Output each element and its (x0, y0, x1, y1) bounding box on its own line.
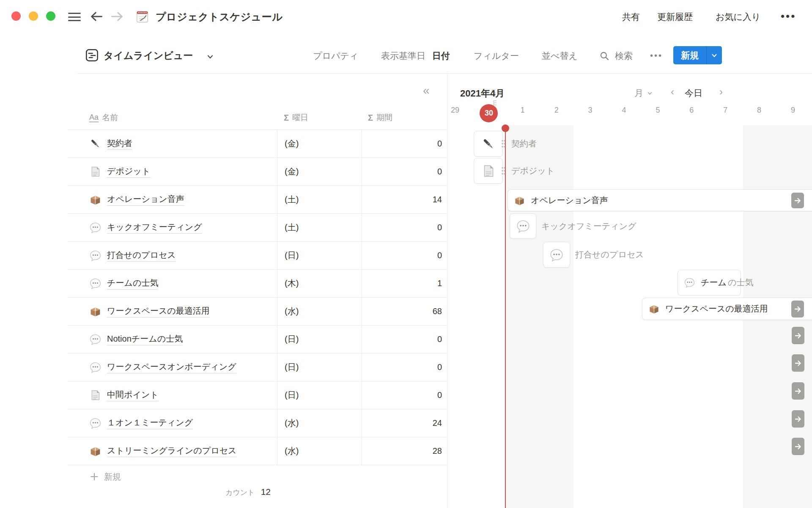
filter-button[interactable]: フィルター (474, 50, 519, 62)
new-row-button[interactable]: 新規 (68, 467, 446, 481)
collapse-table-icon[interactable]: « (423, 85, 430, 97)
new-button-chevron[interactable] (706, 46, 722, 64)
scroll-to-item-button[interactable] (791, 193, 804, 208)
panel-divider[interactable] (447, 73, 447, 508)
new-button[interactable]: 新規 (673, 46, 722, 64)
date-label: 7 (716, 106, 735, 115)
row-name-link[interactable]: １オン１ミーティング (107, 417, 193, 429)
column-divider (362, 130, 362, 465)
row-name-cell[interactable]: 中間ポイント (89, 381, 159, 409)
next-period-button[interactable]: › (719, 87, 723, 97)
speech-icon (89, 333, 102, 345)
table-row: チームの士気(木)1 (68, 270, 446, 298)
arrow-right-icon (794, 331, 802, 340)
page-icon (89, 166, 102, 178)
properties-button[interactable]: プロパティ (313, 50, 358, 62)
row-name-link[interactable]: キックオフミーティング (107, 221, 202, 234)
row-duration-cell: 24 (366, 409, 442, 437)
timeline-item-bar[interactable]: ワークスペースの最適活用 (642, 298, 812, 320)
drag-handle-icon[interactable] (502, 140, 505, 147)
row-name-cell[interactable]: ストリーミングラインのプロセス (89, 437, 237, 465)
speech-icon (684, 277, 695, 288)
row-name-cell[interactable]: １オン１ミーティング (89, 409, 193, 437)
sort-button[interactable]: 並べ替え (542, 50, 578, 62)
row-name-cell[interactable]: チームの士気 (89, 270, 158, 297)
drag-handle-icon[interactable] (502, 167, 505, 174)
row-name-cell[interactable]: Notionチームの士気 (89, 326, 183, 353)
search-icon[interactable] (599, 50, 610, 63)
timeline-item-bar[interactable]: チームの士気 (678, 270, 741, 295)
timeline-item-card[interactable] (474, 131, 503, 157)
arrow-right-icon (793, 196, 802, 205)
row-name-link[interactable]: 契約者 (107, 138, 132, 150)
row-name-link[interactable]: ワークスペースの最適活用 (107, 305, 210, 318)
scroll-to-item-button[interactable] (792, 327, 804, 344)
row-name-link[interactable]: ワークスペースオンボーディング (107, 361, 236, 373)
view-title[interactable]: タイムラインビュー (104, 49, 193, 62)
row-name-cell[interactable]: ワークスペースオンボーディング (89, 353, 236, 381)
forward-button[interactable] (110, 10, 124, 25)
minimize-window-button[interactable] (29, 11, 38, 21)
updates-button[interactable]: 更新履歴 (657, 11, 693, 23)
timeline-zoom-select[interactable]: 月 (634, 87, 653, 99)
column-header-name[interactable]: Aa 名前 (89, 106, 118, 130)
row-name-cell[interactable]: 打合せのプロセス (89, 242, 176, 269)
column-header-duration[interactable]: Σ 期間 (368, 106, 392, 130)
speech-icon (89, 361, 102, 373)
row-duration-cell: 0 (366, 214, 442, 241)
row-duration-cell: 68 (366, 298, 442, 325)
back-button[interactable] (90, 10, 103, 25)
row-weekday-cell: (土) (285, 214, 299, 241)
row-name-link[interactable]: Notionチームの士気 (107, 333, 183, 345)
box-icon (648, 303, 660, 315)
row-name-cell[interactable]: オペレーション音声 (89, 186, 184, 213)
box-icon (89, 305, 102, 318)
row-name-link[interactable]: ストリーミングラインのプロセス (107, 445, 237, 457)
date-label: 3 (581, 106, 600, 115)
date-basis-button[interactable]: 表示基準日 日付 (381, 50, 450, 62)
date-label: 2 (547, 106, 566, 115)
row-name-link[interactable]: オペレーション音声 (107, 193, 184, 206)
timeline-item-bar[interactable]: オペレーション音声 (508, 189, 812, 211)
favorite-button[interactable]: お気に入り (716, 11, 760, 23)
row-name-cell[interactable]: 契約者 (89, 130, 132, 157)
row-count[interactable]: カウント 12 (152, 487, 271, 497)
timeline-item-card[interactable] (510, 213, 536, 239)
timeline-item-card[interactable] (474, 158, 503, 184)
scroll-to-item-button[interactable] (791, 301, 804, 318)
row-name-link[interactable]: チームの士気 (107, 277, 158, 290)
sidebar-toggle-icon[interactable] (68, 11, 81, 23)
timeline-item-card[interactable] (543, 242, 570, 268)
row-name-link[interactable]: デポジット (107, 166, 150, 178)
count-label: カウント (225, 488, 255, 497)
table-row: 打合せのプロセス(日)0 (68, 242, 446, 270)
scroll-to-item-button[interactable] (792, 410, 804, 428)
more-menu-button[interactable]: ••• (781, 12, 796, 20)
today-button[interactable]: 今日 (685, 87, 702, 99)
row-name-link[interactable]: 中間ポイント (107, 389, 159, 401)
page-title: プロジェクトスケジュール (156, 10, 283, 24)
row-name-link[interactable]: 打合せのプロセス (107, 249, 176, 262)
column-divider (277, 130, 277, 465)
share-button[interactable]: 共有 (622, 11, 640, 23)
date-label: 9 (784, 106, 802, 115)
new-button-label[interactable]: 新規 (673, 46, 706, 64)
row-weekday-cell: (日) (285, 353, 299, 381)
zoom-window-button[interactable] (46, 11, 55, 21)
scroll-to-item-button[interactable] (792, 382, 804, 400)
close-window-button[interactable] (11, 11, 21, 21)
prev-period-button[interactable]: ‹ (671, 87, 674, 97)
box-icon (89, 193, 102, 206)
arrow-right-icon (794, 359, 802, 367)
view-chevron-down-icon[interactable] (206, 52, 214, 63)
column-header-weekday[interactable]: Σ 曜日 (284, 106, 308, 130)
scroll-to-item-button[interactable] (792, 438, 804, 455)
search-button[interactable]: 検索 (615, 50, 633, 62)
table-row: キックオフミーティング(土)0 (68, 214, 446, 242)
row-name-cell[interactable]: ワークスペースの最適活用 (89, 298, 210, 325)
row-name-cell[interactable]: デポジット (89, 158, 150, 185)
row-weekday-cell: (土) (285, 186, 299, 213)
scroll-to-item-button[interactable] (792, 354, 804, 372)
view-more-button[interactable]: ••• (650, 51, 663, 60)
row-name-cell[interactable]: キックオフミーティング (89, 214, 202, 241)
